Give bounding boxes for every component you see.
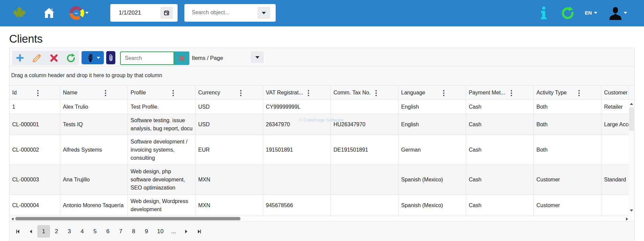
svg-text:FWK: FWK	[75, 13, 78, 14]
